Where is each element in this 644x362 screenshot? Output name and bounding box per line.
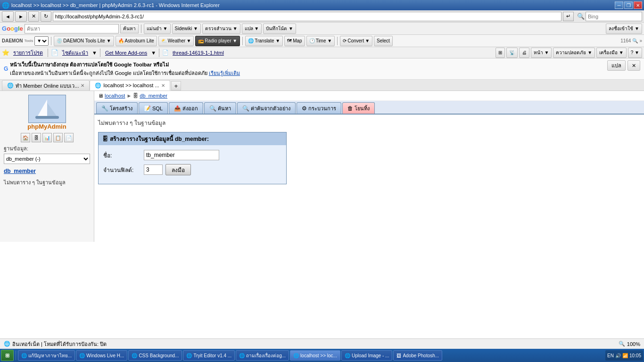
google-search-button[interactable]: ค้นหา [120,24,139,33]
taskbar-item-3[interactable]: 🌐 Tryit Editor v1.4 ... [183,350,235,361]
taskbar-item-1[interactable]: 🌐 Windows Live H... [76,350,127,361]
favorites-link[interactable]: รายการโปรด [11,48,45,58]
content-tab-structure[interactable]: 🔧 โครงสร้าง [96,102,138,114]
tab-icon-1: 🌐 [95,82,101,89]
bookmark-button[interactable]: บันทึกโน้ต ▼ [263,24,296,34]
content-tab-sql[interactable]: 📝 SQL [139,102,168,114]
db-icon-btn[interactable]: 🗄 [32,133,41,142]
db-select[interactable]: db_member (-) [4,154,90,164]
google-search-input[interactable] [25,24,119,33]
close-button[interactable]: ✕ [634,1,642,9]
taskbar-item-2[interactable]: 🌐 CSS Background... [128,350,182,361]
get-addons-link[interactable]: Get More Add-ons [103,49,149,56]
taskbar-item-0[interactable]: 🌐 แก้ปัญหาภาษาไทย... [18,350,75,361]
more-info: » [639,38,642,43]
restore-button[interactable]: ❐ [624,1,633,9]
go-button[interactable]: ↵ [563,12,574,21]
stop-button[interactable]: ✕ [28,11,39,22]
title-bar-controls[interactable]: ─ ❐ ✕ [615,1,642,9]
sidewiki-button[interactable]: Sidewiki ▼ [172,24,201,34]
home-icon-btn[interactable]: 🏠 [21,133,30,142]
sep2 [242,37,243,45]
sep1 [51,37,51,45]
taskbar-item-6[interactable]: 🌐 Upload Image - ... [341,350,392,361]
db-link[interactable]: db_member [4,168,90,174]
page-btn[interactable]: หน้า ▼ [531,48,552,58]
ie-menu-btn[interactable]: ⊞ [495,48,505,58]
daemon-tools-sub: Tools [24,39,33,43]
thread-link[interactable]: thread-14619-1-1.html [171,49,226,56]
main-layout: phpMyAdmin 🏠 🗄 📊 📋 📄 ฐานข้อมูล: db_membe… [0,91,644,242]
create-table-header: 🗄 สร้างตารางในฐานข้อมูลนี้ db_member: [99,132,286,145]
status-bar: 🌐 อินเทอร์เน็ต | โหมดที่ได้รับการป้องกัน… [0,338,644,349]
table-icon-btn[interactable]: 📊 [42,133,52,142]
taskbar-item-7[interactable]: 🖼 Adobe Photosh... [393,350,442,361]
daemon-tools-lite-button[interactable]: 💿 DAEMON Tools Lite ▼ [54,36,114,46]
browser-tab-0[interactable]: 🌐 ทำ Member Online แบบเว... ✕ [2,80,90,90]
back-button[interactable]: ◄ [2,11,14,22]
content-tab-export[interactable]: 📤 ส่งออก [169,102,203,114]
security-btn[interactable]: ความปลอดภัย ▼ [553,48,595,58]
fields-count-input[interactable]: 3 [144,165,163,175]
recommended-link[interactable]: ไซต์แนะนำ [60,48,90,58]
radio-player-button[interactable]: 📻 Radio player ▼ [195,36,240,46]
browser-tab-1[interactable]: 🌐 localhost >> localhost ... ✕ [90,80,170,90]
signin-button[interactable]: ลงชื่อเข้าใช้ ▼ [606,24,642,34]
db-breadcrumb-icon: 🗄 [133,93,138,99]
phpmyadmin-logo [28,95,66,123]
new-tab-button[interactable]: + [171,81,182,90]
address-input[interactable]: http://localhost/phpMyAdmin-2.6.3-rc1/ [53,12,561,21]
recommended-label: ไซต์แนะนำ [62,49,88,57]
taskbar-item-5[interactable]: 🌐 localhost >> loc... [290,350,340,361]
minimize-button[interactable]: ─ [615,1,623,9]
astroburn-button[interactable]: 🔥 Astroburn Lite [116,36,157,46]
content-tab-proc[interactable]: ⚙ กระบวนการ [297,102,341,114]
table-name-input[interactable]: tb_member [144,150,219,160]
resolution-info: 1164 [620,38,631,43]
tab-close-1[interactable]: ✕ [161,83,165,88]
content-tab-search[interactable]: 🔍 ค้นหา [204,102,236,114]
translate-toolbar-button[interactable]: แปล ▼ [242,24,262,34]
ie-icon: 🌐 [2,2,9,9]
convert-button[interactable]: ⟳ Convert ▼ [340,36,372,46]
title-bar: 🌐 localhost >> localhost >> db_member | … [0,0,644,10]
rss-btn[interactable]: 📡 [506,48,518,58]
bing-search-input[interactable] [586,12,642,21]
spell-check-button[interactable]: ตรวจสำนวน ▼ [202,24,240,34]
accurate-button[interactable]: แม่นยำ ▼ [144,24,171,34]
separator [141,25,141,33]
server-link[interactable]: localhost [105,93,125,99]
taskbar-item-4[interactable]: 🌐 ถามเรื่องเรื่องต่อg... [236,350,289,361]
content-tab-drop[interactable]: 🗑 โยนทิ้ง [342,102,375,114]
translate-dt-button[interactable]: 🌐 Translate ▼ [245,36,283,46]
time-button[interactable]: 🕐 Time ▼ [306,36,335,46]
addons-arrow: ▼ [151,50,156,56]
daemon-select[interactable]: ▼ [34,36,49,46]
tab-close-0[interactable]: ✕ [81,83,84,88]
start-button[interactable]: ⊞ [1,350,14,361]
proc-label: กระบวนการ [308,104,336,113]
doc-icon-btn[interactable]: 📋 [53,133,63,142]
logo-svg [33,97,61,121]
svg-marker-1 [47,103,57,116]
translate-message: หน้าเว็บนี้เป็นภาษาอังกฤษ ต้องการแปลโดยใ… [10,60,240,77]
learn-more-link[interactable]: เรียนรู้เพิ่มเติม [209,70,240,76]
help-btn[interactable]: ? ▼ [628,48,642,58]
bing-icon: 🔍 [577,13,585,20]
window-title: localhost >> localhost >> db_member | ph… [11,2,220,8]
taskbar-icon-1: 🌐 [79,353,85,358]
db-link-breadcrumb[interactable]: db_member [140,93,167,99]
map-button[interactable]: 🗺 Map [284,36,305,46]
print-btn[interactable]: 🖨 [519,48,529,58]
forward-button[interactable]: ► [15,11,27,22]
refresh-button[interactable]: ↻ [41,11,51,22]
translate-close-button[interactable]: ✕ [627,60,640,71]
weather-button[interactable]: ⛅ Weather ▼ [158,36,194,46]
tools-btn[interactable]: เครื่องมือ ▼ [596,48,627,58]
doc2-icon-btn[interactable]: 📄 [64,133,74,142]
select-button[interactable]: Select [374,36,393,46]
content-tab-query[interactable]: 🔍 ค่าค้นจากตัวอย่าง [237,102,296,114]
submit-button[interactable]: ลงมือ [165,164,191,175]
query-icon: 🔍 [242,105,249,112]
translate-action-button[interactable]: แปล [607,60,626,71]
